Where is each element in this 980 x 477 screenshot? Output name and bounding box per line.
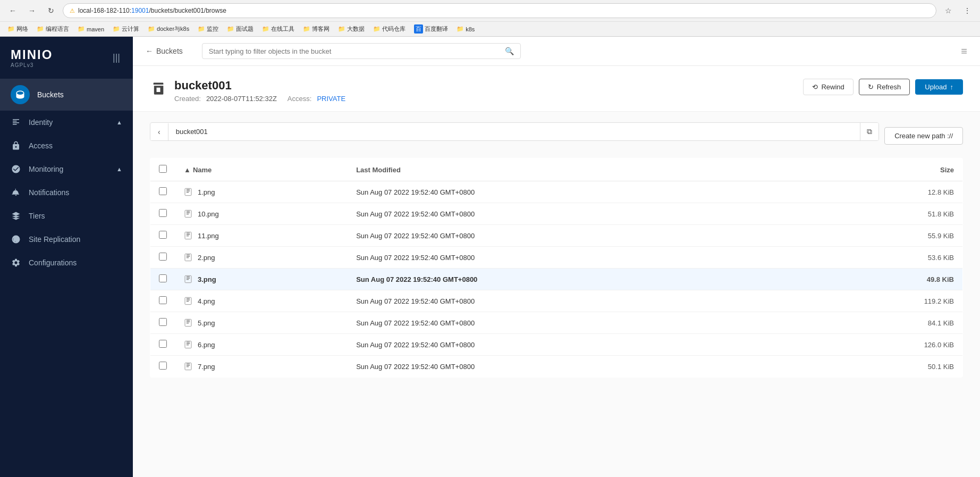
row-name-cell[interactable]: 6.png: [175, 334, 348, 356]
top-header: ← Buckets 🔍 ≡: [133, 37, 980, 66]
bookmark-docker[interactable]: 📁 docker与k8s: [145, 24, 192, 34]
row-last-modified: Sun Aug 07 2022 19:52:40 GMT+0800: [348, 312, 806, 334]
row-last-modified: Sun Aug 07 2022 19:52:40 GMT+0800: [348, 269, 806, 290]
path-back-button[interactable]: ‹: [150, 123, 168, 140]
monitoring-icon: [11, 164, 21, 174]
select-all-checkbox[interactable]: [159, 165, 167, 173]
row-checkbox-3[interactable]: [159, 253, 167, 261]
sidebar-item-access[interactable]: Access: [0, 134, 133, 157]
sidebar-item-site-replication[interactable]: Site Replication: [0, 228, 133, 251]
row-checkbox-cell: [150, 181, 176, 203]
bookmark-blog[interactable]: 📁 博客网: [300, 24, 333, 34]
file-icon: [184, 210, 192, 218]
row-name-cell[interactable]: 1.png: [175, 181, 348, 203]
row-name-cell[interactable]: 4.png: [175, 290, 348, 312]
row-checkbox-7[interactable]: [159, 340, 167, 348]
row-checkbox-0[interactable]: [159, 187, 167, 195]
search-box[interactable]: 🔍: [202, 43, 521, 59]
bookmark-maven[interactable]: 📁 maven: [74, 24, 107, 34]
bookmark-monitor[interactable]: 📁 监控: [195, 24, 222, 34]
bucket-name: bucket001: [174, 79, 796, 93]
table-row: 3.png Sun Aug 07 2022 19:52:40 GMT+0800 …: [150, 269, 963, 290]
address-bar[interactable]: ⚠ local-168-182-110:19001/buckets/bucket…: [63, 3, 936, 18]
refresh-button[interactable]: ↻ Refresh: [859, 79, 910, 95]
header-name[interactable]: ▲ Name: [175, 158, 348, 181]
header-last-modified[interactable]: Last Modified: [348, 158, 806, 181]
sidebar-item-label-buckets: Buckets: [37, 90, 64, 99]
file-table-header: ▲ Name Last Modified Size: [150, 158, 963, 181]
row-checkbox-8[interactable]: [159, 362, 167, 370]
bookmark-cloud[interactable]: 📁 云计算: [109, 24, 142, 34]
upload-button[interactable]: Upload ↑: [915, 79, 963, 95]
row-size: 50.1 KiB: [806, 356, 963, 378]
row-name-cell[interactable]: 10.png: [175, 203, 348, 225]
row-checkbox-4[interactable]: [159, 274, 167, 282]
forward-button[interactable]: →: [24, 3, 39, 18]
file-icon: [184, 188, 192, 196]
header-size[interactable]: Size: [806, 158, 963, 181]
row-checkbox-cell: [150, 290, 176, 312]
sidebar-item-notifications[interactable]: Notifications: [0, 181, 133, 204]
sidebar-item-identity[interactable]: Identity ▲: [0, 111, 133, 134]
row-filename: 4.png: [198, 297, 215, 305]
hamburger-button[interactable]: |||: [111, 50, 122, 65]
row-filename: 10.png: [198, 210, 219, 218]
sidebar-toggle-right-icon[interactable]: ≡: [961, 45, 967, 57]
bookmark-programming[interactable]: 📁 编程语言: [33, 24, 72, 34]
create-path-button[interactable]: Create new path ://: [884, 127, 963, 145]
row-filename: 1.png: [198, 188, 215, 196]
sidebar-item-label-configurations: Configurations: [29, 258, 77, 267]
rewind-icon: ⟲: [812, 83, 818, 91]
table-row: 4.png Sun Aug 07 2022 19:52:40 GMT+0800 …: [150, 290, 963, 312]
row-checkbox-2[interactable]: [159, 231, 167, 239]
back-to-buckets-button[interactable]: ← Buckets: [146, 47, 183, 55]
refresh-button[interactable]: ↻: [44, 3, 58, 18]
row-name-cell[interactable]: 3.png: [175, 269, 348, 290]
back-button[interactable]: ←: [5, 3, 20, 18]
header-checkbox-cell: [150, 158, 176, 181]
row-checkbox-5[interactable]: [159, 296, 167, 304]
row-name-cell[interactable]: 11.png: [175, 225, 348, 247]
identity-icon: [11, 117, 21, 128]
file-icon: [184, 362, 192, 371]
table-row: 6.png Sun Aug 07 2022 19:52:40 GMT+0800 …: [150, 334, 963, 356]
table-row: 11.png Sun Aug 07 2022 19:52:40 GMT+0800…: [150, 225, 963, 247]
row-checkbox-1[interactable]: [159, 209, 167, 217]
logo-minio: MINIO: [11, 47, 53, 62]
configurations-icon: [11, 257, 21, 268]
sidebar-item-tiers[interactable]: Tiers: [0, 204, 133, 228]
rewind-button[interactable]: ⟲ Rewind: [803, 79, 853, 95]
access-icon: [11, 140, 21, 151]
row-size: 55.9 KiB: [806, 225, 963, 247]
star-button[interactable]: ☆: [941, 3, 956, 18]
row-checkbox-6[interactable]: [159, 318, 167, 326]
row-name-cell[interactable]: 5.png: [175, 312, 348, 334]
sidebar-item-buckets[interactable]: Buckets: [0, 79, 133, 111]
bookmark-online-tools[interactable]: 📁 在线工具: [259, 24, 298, 34]
back-arrow-icon: ←: [146, 47, 153, 55]
bookmark-interview[interactable]: 📁 面试题: [224, 24, 257, 34]
bucket-header-icon: [150, 80, 167, 97]
site-replication-icon: [11, 234, 21, 245]
sidebar-nav: Buckets Identity ▲ Access: [0, 73, 133, 477]
bookmark-code-repo[interactable]: 📁 代码仓库: [370, 24, 409, 34]
bookmark-bigdata[interactable]: 📁 大数据: [335, 24, 368, 34]
bucket-info-area: bucket001 Created: 2022-08-07T11:52:32Z …: [133, 66, 980, 112]
row-filename: 5.png: [198, 319, 215, 327]
table-row: 5.png Sun Aug 07 2022 19:52:40 GMT+0800 …: [150, 312, 963, 334]
row-last-modified: Sun Aug 07 2022 19:52:40 GMT+0800: [348, 247, 806, 269]
bookmark-translate[interactable]: 百 百度翻译: [411, 23, 451, 35]
bookmark-k8s[interactable]: 📁 k8s: [453, 24, 478, 34]
sidebar-item-label-identity: Identity: [29, 118, 53, 127]
row-checkbox-cell: [150, 247, 176, 269]
chevron-icon: ▲: [116, 119, 122, 125]
copy-path-button[interactable]: ⧉: [860, 123, 878, 140]
menu-button[interactable]: ⋮: [960, 3, 975, 18]
sidebar-item-monitoring[interactable]: Monitoring ▲: [0, 157, 133, 181]
row-name-cell[interactable]: 7.png: [175, 356, 348, 378]
row-name-cell[interactable]: 2.png: [175, 247, 348, 269]
bookmark-network[interactable]: 📁 网络: [4, 24, 31, 34]
search-input[interactable]: [209, 47, 501, 55]
sidebar-item-configurations[interactable]: Configurations: [0, 251, 133, 274]
rewind-label: Rewind: [821, 83, 844, 91]
